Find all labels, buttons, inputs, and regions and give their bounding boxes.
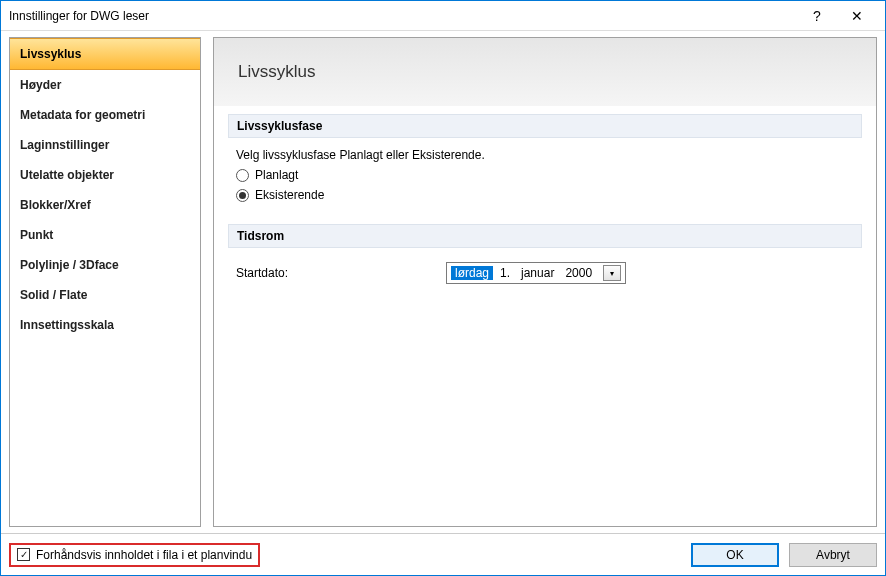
radio-existing-label: Eksisterende (255, 188, 324, 202)
startdate-picker[interactable]: lørdag 1. januar 2000 ▾ (446, 262, 626, 284)
radio-icon (236, 169, 249, 182)
sidebar: Livssyklus Høyder Metadata for geometri … (9, 37, 201, 527)
preview-checkbox[interactable]: ✓ (17, 548, 30, 561)
sidebar-item-innsettingsskala[interactable]: Innsettingsskala (10, 310, 200, 340)
date-day[interactable]: 1. (496, 266, 514, 280)
preview-label[interactable]: Forhåndsvis innholdet i fila i et planvi… (36, 548, 252, 562)
sidebar-item-blokker[interactable]: Blokker/Xref (10, 190, 200, 220)
sidebar-item-hoyder[interactable]: Høyder (10, 70, 200, 100)
radio-planned[interactable]: Planlagt (236, 168, 854, 182)
sidebar-item-punkt[interactable]: Punkt (10, 220, 200, 250)
sidebar-item-laginnstillinger[interactable]: Laginnstillinger (10, 130, 200, 160)
content-panel: Livssyklus Livssyklusfase Velg livssyklu… (213, 37, 877, 527)
sidebar-item-polylinje[interactable]: Polylinje / 3Dface (10, 250, 200, 280)
content-heading: Livssyklus (214, 38, 876, 106)
radio-icon (236, 189, 249, 202)
titlebar: Innstillinger for DWG leser ? ✕ (1, 1, 885, 31)
startdate-label: Startdato: (236, 266, 436, 280)
phase-instruction: Velg livssyklusfase Planlagt eller Eksis… (236, 148, 854, 162)
section-phase: Velg livssyklusfase Planlagt eller Eksis… (228, 138, 862, 216)
radio-planned-label: Planlagt (255, 168, 298, 182)
sidebar-item-solid[interactable]: Solid / Flate (10, 280, 200, 310)
section-period: Startdato: lørdag 1. januar 2000 ▾ (228, 248, 862, 298)
cancel-button[interactable]: Avbryt (789, 543, 877, 567)
calendar-dropdown-icon[interactable]: ▾ (603, 265, 621, 281)
section-header-period: Tidsrom (228, 224, 862, 248)
window-title: Innstillinger for DWG leser (9, 9, 797, 23)
sidebar-item-metadata[interactable]: Metadata for geometri (10, 100, 200, 130)
ok-button[interactable]: OK (691, 543, 779, 567)
radio-existing[interactable]: Eksisterende (236, 188, 854, 202)
close-button[interactable]: ✕ (837, 1, 877, 31)
help-button[interactable]: ? (797, 1, 837, 31)
main-area: Livssyklus Høyder Metadata for geometri … (1, 31, 885, 533)
sidebar-item-livssyklus[interactable]: Livssyklus (10, 38, 200, 70)
date-year[interactable]: 2000 (561, 266, 596, 280)
footer: ✓ Forhåndsvis innholdet i fila i et plan… (1, 533, 885, 575)
date-weekday[interactable]: lørdag (451, 266, 493, 280)
section-header-phase: Livssyklusfase (228, 114, 862, 138)
date-month[interactable]: januar (517, 266, 558, 280)
sidebar-item-utelatte[interactable]: Utelatte objekter (10, 160, 200, 190)
content-body: Livssyklusfase Velg livssyklusfase Planl… (214, 106, 876, 298)
preview-checkbox-highlight: ✓ Forhåndsvis innholdet i fila i et plan… (9, 543, 260, 567)
